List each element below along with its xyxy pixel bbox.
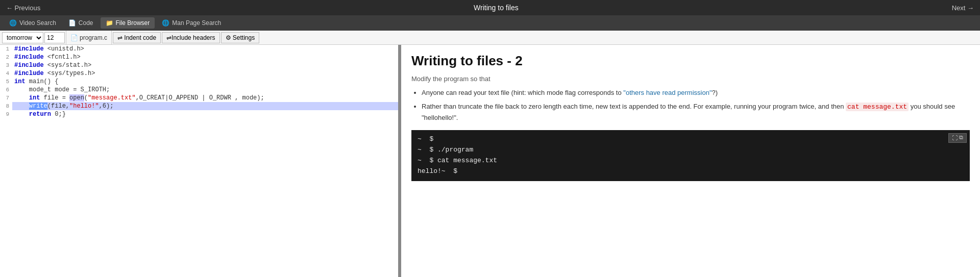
- line-content: #include <unistd.h>: [12, 45, 84, 53]
- bullet-1: Anyone can read your text file (hint: wh…: [422, 88, 970, 98]
- line-number: 4: [0, 69, 12, 78]
- font-size-input[interactable]: [44, 32, 65, 43]
- info-bullets: Anyone can read your text file (hint: wh…: [411, 88, 970, 123]
- settings-button[interactable]: ⚙ Settings: [221, 32, 260, 43]
- prev-button[interactable]: ← Previous: [6, 4, 40, 12]
- globe2-icon: 🌐: [162, 19, 169, 27]
- tab-bar: 🌐 Video Search 📄 Code 📁 File Browser 🌐 M…: [0, 15, 980, 31]
- main-content: 1#include <unistd.h>2#include <fcntl.h>3…: [0, 45, 980, 277]
- line-number: 3: [0, 61, 12, 69]
- tab-man-page-search[interactable]: 🌐 Man Page Search: [157, 17, 226, 29]
- tab-code[interactable]: 📄 Code: [63, 17, 99, 29]
- next-button[interactable]: Next →: [952, 4, 974, 12]
- line-content: #include <fcntl.h>: [12, 53, 81, 61]
- bullet-2: Rather than truncate the file back to ze…: [422, 102, 970, 123]
- page-title: Writing to files: [474, 4, 519, 12]
- line-number: 5: [0, 78, 12, 86]
- include-headers-button[interactable]: ⇌Include headers: [162, 32, 219, 43]
- code-line: 4#include <sys/types.h>: [0, 69, 398, 78]
- code-line: 1#include <unistd.h>: [0, 45, 398, 53]
- info-subtitle: Modify the program so that: [411, 75, 970, 83]
- file-name: program.c: [80, 34, 107, 41]
- tab-code-label: Code: [79, 19, 93, 27]
- term-line-4: hello!~ $: [418, 166, 964, 177]
- line-number: 6: [0, 86, 12, 94]
- bullet-1-link: "others have read permission": [623, 89, 712, 96]
- line-number: 1: [0, 45, 12, 53]
- code-file-icon: 📄: [68, 19, 76, 27]
- folder-icon: 📁: [106, 19, 113, 27]
- term-line-2: ~ $ ./program: [418, 145, 964, 156]
- term-line-3: ~ $ cat message.txt: [418, 156, 964, 166]
- file-indicator: 📄 program.c: [66, 31, 112, 44]
- code-line: 7 int file = open("message.txt",O_CREAT|…: [0, 94, 398, 102]
- expand-icon: ⛶: [952, 135, 958, 141]
- code-line: 5int main() {: [0, 78, 398, 86]
- line-content: return 0;}: [12, 110, 66, 118]
- line-number: 9: [0, 110, 12, 118]
- line-content: int file = open("message.txt",O_CREAT|O_…: [12, 94, 264, 102]
- line-number: 2: [0, 53, 12, 61]
- bullet-2-code: cat message.txt: [846, 103, 909, 111]
- line-number: 7: [0, 94, 12, 102]
- terminal-expand-button[interactable]: ⛶ ⧉: [948, 133, 967, 143]
- info-title: Writing to files - 2: [411, 53, 970, 69]
- bullet-1-text-before: Anyone can read your text file (hint: wh…: [422, 89, 623, 96]
- tab-file-browser[interactable]: 📁 File Browser: [101, 17, 155, 29]
- line-content: write(file,"hello!",6);: [12, 102, 398, 110]
- bullet-2-text-before: Rather than truncate the file back to ze…: [422, 103, 846, 110]
- tab-file-browser-label: File Browser: [116, 19, 150, 27]
- code-line: 2#include <fcntl.h>: [0, 53, 398, 61]
- tab-video-search-label: Video Search: [19, 19, 56, 27]
- top-nav: ← Previous Writing to files Next →: [0, 0, 980, 15]
- globe-icon: 🌐: [9, 19, 17, 27]
- line-content: #include <sys/types.h>: [12, 69, 95, 78]
- copy-icon: ⧉: [959, 135, 963, 141]
- line-number: 8: [0, 102, 12, 110]
- tab-man-page-search-label: Man Page Search: [172, 19, 221, 27]
- theme-select[interactable]: tomorrow monokai eclipse: [2, 32, 43, 43]
- code-line: 8 write(file,"hello!",6);: [0, 102, 398, 110]
- indent-code-button[interactable]: ⇌ Indent code: [113, 32, 161, 43]
- tab-video-search[interactable]: 🌐 Video Search: [4, 17, 61, 29]
- file-icon: 📄: [70, 34, 78, 41]
- code-panel[interactable]: 1#include <unistd.h>2#include <fcntl.h>3…: [0, 45, 399, 277]
- info-panel: Writing to files - 2 Modify the program …: [401, 45, 980, 277]
- line-content: #include <sys/stat.h>: [12, 61, 91, 69]
- code-line: 9 return 0;}: [0, 110, 398, 118]
- code-line: 6 mode_t mode = S_IROTH;: [0, 86, 398, 94]
- line-content: int main() {: [12, 78, 58, 86]
- term-line-1: ~ $: [418, 134, 964, 145]
- terminal: ~ $ ~ $ ./program ~ $ cat message.txt he…: [411, 130, 970, 181]
- toolbar: tomorrow monokai eclipse 📄 program.c ⇌ I…: [0, 31, 980, 45]
- bullet-1-text-after: ?): [712, 89, 718, 96]
- line-content: mode_t mode = S_IROTH;: [12, 86, 110, 94]
- code-line: 3#include <sys/stat.h>: [0, 61, 398, 69]
